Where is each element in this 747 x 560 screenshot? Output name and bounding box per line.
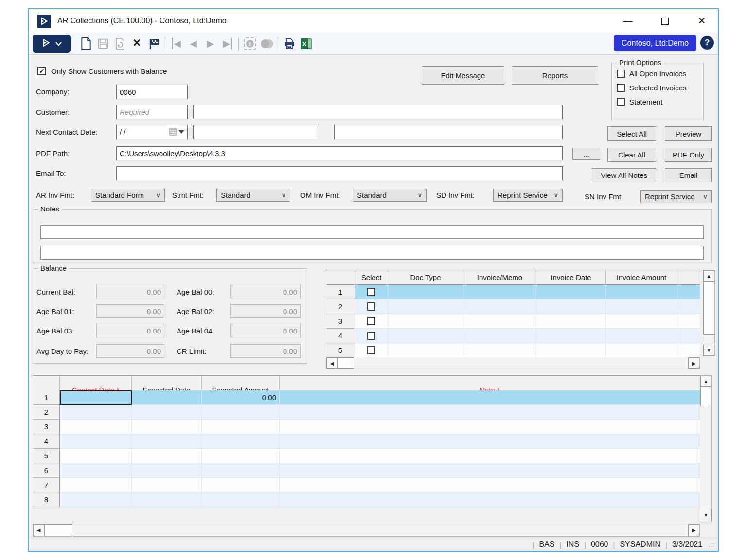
invoice-select-checkbox[interactable] bbox=[367, 332, 375, 340]
contact-date-cell[interactable] bbox=[60, 449, 132, 463]
minimize-button[interactable]: — bbox=[621, 14, 635, 28]
invoice-date-cell[interactable] bbox=[536, 299, 606, 314]
invoice-grid-column-header[interactable]: Doc Type bbox=[388, 270, 463, 285]
schedule-grid-row-number[interactable]: 6 bbox=[33, 463, 60, 478]
invoice-doc-type-cell[interactable] bbox=[388, 285, 463, 299]
contact-date-cell[interactable] bbox=[60, 463, 132, 478]
contact-date-cell[interactable] bbox=[60, 434, 132, 449]
notes-line1-input[interactable] bbox=[40, 225, 704, 239]
expected-date-cell[interactable] bbox=[132, 405, 202, 420]
expected-amount-cell[interactable] bbox=[202, 420, 280, 434]
next-contact-date-input[interactable]: / / bbox=[116, 125, 188, 139]
om-inv-fmt-dropdown[interactable]: Standard∨ bbox=[353, 189, 427, 202]
view-all-notes-button[interactable]: View All Notes bbox=[592, 168, 656, 182]
invoice-grid-column-header[interactable]: Invoice/Memo bbox=[463, 270, 536, 285]
scroll-up-icon[interactable]: ▲ bbox=[700, 376, 711, 387]
expected-date-cell[interactable] bbox=[132, 390, 202, 405]
new-document-icon[interactable] bbox=[77, 35, 94, 52]
scroll-down-icon[interactable]: ▼ bbox=[700, 509, 712, 521]
expected-date-cell[interactable] bbox=[132, 463, 202, 478]
invoice-memo-cell[interactable] bbox=[463, 329, 536, 343]
contact-date-cell[interactable] bbox=[60, 405, 132, 420]
invoice-amount-cell[interactable] bbox=[606, 314, 677, 329]
edit-message-button[interactable]: Edit Message bbox=[422, 66, 504, 85]
ar-inv-fmt-dropdown[interactable]: Standard Form∨ bbox=[91, 189, 165, 202]
expected-amount-cell[interactable] bbox=[202, 478, 280, 492]
company-input[interactable]: 0060 bbox=[116, 85, 188, 99]
note-cell[interactable] bbox=[280, 420, 700, 434]
maximize-button[interactable] bbox=[658, 14, 672, 28]
schedule-grid-row-number[interactable]: 2 bbox=[33, 405, 60, 420]
expected-amount-cell[interactable] bbox=[202, 463, 280, 478]
sd-inv-fmt-dropdown[interactable]: Reprint Service∨ bbox=[493, 189, 563, 202]
invoice-select-checkbox[interactable] bbox=[367, 288, 375, 296]
expected-date-cell[interactable] bbox=[132, 492, 202, 507]
invoice-memo-cell[interactable] bbox=[463, 314, 536, 329]
pdf-path-input[interactable]: C:\Users\swoolley\Desktop\4.3.3 bbox=[116, 146, 563, 160]
note-cell[interactable] bbox=[280, 434, 700, 449]
notes-line2-input[interactable] bbox=[40, 246, 704, 260]
scroll-up-icon[interactable]: ▲ bbox=[703, 270, 714, 281]
schedule-grid-row-number[interactable]: 3 bbox=[33, 420, 60, 434]
note-cell[interactable] bbox=[280, 478, 700, 492]
scroll-thumb[interactable] bbox=[700, 387, 711, 406]
invoice-grid-column-header[interactable]: Invoice Amount bbox=[606, 270, 677, 285]
invoice-date-cell[interactable] bbox=[536, 285, 606, 299]
delete-icon[interactable]: × bbox=[128, 35, 145, 52]
schedule-grid-vscrollbar[interactable]: ▲ bbox=[700, 375, 712, 522]
scroll-left-icon[interactable]: ◀ bbox=[33, 524, 44, 536]
note-cell[interactable] bbox=[280, 449, 700, 463]
email-to-input[interactable] bbox=[116, 166, 563, 180]
schedule-grid-hscrollbar[interactable]: ◀ ▶ bbox=[33, 524, 700, 537]
close-button[interactable]: ✕ bbox=[694, 14, 709, 28]
invoice-select-checkbox[interactable] bbox=[367, 302, 375, 311]
main-menu-button[interactable] bbox=[33, 35, 71, 52]
schedule-grid-row-number[interactable]: 4 bbox=[33, 434, 60, 449]
print-option-checkbox[interactable] bbox=[617, 98, 625, 106]
note-cell[interactable] bbox=[280, 492, 700, 507]
contact-date-cell[interactable] bbox=[60, 492, 132, 507]
schedule-grid-row-number[interactable]: 7 bbox=[33, 478, 60, 492]
contact-date-cell[interactable] bbox=[60, 478, 132, 492]
expected-date-cell[interactable] bbox=[132, 478, 202, 492]
browse-button[interactable]: ... bbox=[572, 148, 600, 160]
customer-input[interactable]: Required bbox=[116, 105, 188, 119]
invoice-grid-row-number[interactable]: 3 bbox=[326, 314, 355, 329]
help-button[interactable]: ? bbox=[700, 36, 714, 50]
scroll-thumb[interactable] bbox=[703, 281, 714, 335]
reports-button[interactable]: Reports bbox=[512, 66, 598, 85]
next-contact-field-2[interactable] bbox=[193, 125, 317, 139]
scroll-thumb[interactable] bbox=[338, 357, 354, 369]
invoice-grid-column-header[interactable]: Select bbox=[355, 270, 388, 285]
invoice-grid-row-number[interactable]: 5 bbox=[326, 343, 355, 358]
select-all-button[interactable]: Select All bbox=[607, 126, 656, 141]
invoice-grid-row-number[interactable]: 1 bbox=[326, 285, 355, 299]
only-show-customers-checkbox[interactable]: ✓ bbox=[37, 67, 46, 75]
invoice-memo-cell[interactable] bbox=[463, 343, 536, 358]
customer-name-field[interactable] bbox=[193, 105, 563, 119]
company-badge[interactable]: Contoso, Ltd:Demo bbox=[614, 35, 696, 51]
email-button[interactable]: Email bbox=[665, 168, 712, 182]
invoice-date-cell[interactable] bbox=[536, 329, 606, 343]
invoice-doc-type-cell[interactable] bbox=[388, 314, 463, 329]
invoice-amount-cell[interactable] bbox=[606, 285, 677, 299]
preview-button[interactable]: Preview bbox=[665, 126, 712, 141]
scroll-right-icon[interactable]: ▶ bbox=[688, 357, 699, 369]
invoice-select-checkbox[interactable] bbox=[367, 317, 375, 325]
note-cell[interactable] bbox=[280, 405, 700, 420]
expected-amount-cell[interactable]: 0.00 bbox=[202, 390, 280, 405]
expected-amount-cell[interactable] bbox=[202, 449, 280, 463]
scroll-thumb[interactable] bbox=[44, 524, 72, 536]
schedule-grid-row-number[interactable]: 1 bbox=[33, 390, 60, 405]
expected-amount-cell[interactable] bbox=[202, 405, 280, 420]
invoice-grid-row-number[interactable]: 2 bbox=[326, 299, 355, 314]
resize-grip[interactable]: .:: bbox=[708, 541, 715, 548]
invoice-doc-type-cell[interactable] bbox=[388, 299, 463, 314]
print-option-checkbox[interactable] bbox=[617, 84, 625, 92]
invoice-grid-hscrollbar[interactable]: ◀ ▶ bbox=[326, 357, 700, 369]
invoice-doc-type-cell[interactable] bbox=[388, 329, 463, 343]
export-excel-icon[interactable]: X bbox=[298, 35, 315, 52]
expected-date-cell[interactable] bbox=[132, 434, 202, 449]
schedule-grid-row-number[interactable]: 5 bbox=[33, 449, 60, 463]
print-icon[interactable] bbox=[281, 35, 298, 52]
